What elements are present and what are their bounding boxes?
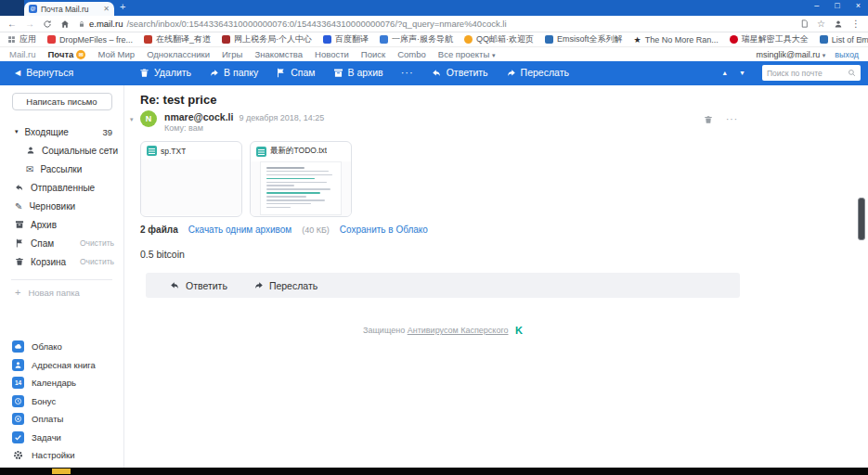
folder-sent[interactable]: Отправленные (0, 178, 123, 197)
bookmark-item[interactable]: 在线翻译_有道 (144, 33, 211, 45)
mail-search-box[interactable] (762, 65, 861, 81)
sender-email[interactable]: nmare@cock.li (164, 111, 233, 122)
app-payments[interactable]: Оплаты (0, 410, 124, 429)
bookmark-item[interactable]: DropMeFiles – fre... (47, 35, 133, 45)
spam-button[interactable]: Спам (276, 67, 315, 78)
bookmark-item[interactable]: Emsisoft全系列解 (545, 33, 623, 45)
folder-drafts[interactable]: ✎ Черновики (0, 197, 123, 215)
nav-mailru[interactable]: Mail.ru (9, 49, 36, 59)
taskbar-edge (0, 468, 868, 475)
reload-icon[interactable] (43, 19, 52, 29)
nav-odnoklassniki[interactable]: Одноклассники (147, 49, 210, 59)
scrollbar-thumb[interactable] (858, 198, 865, 240)
new-tab-button[interactable]: + (120, 1, 125, 12)
app-bonus[interactable]: Бонус (0, 392, 124, 411)
files-count: 2 файла (140, 225, 178, 235)
nav-znakomstva[interactable]: Знакомства (254, 49, 303, 59)
attachment-card[interactable]: 最新的TODO.txt (250, 141, 352, 217)
app-contacts[interactable]: Адресная книга (0, 356, 124, 375)
nav-pochta[interactable]: Почта✉ (48, 49, 86, 59)
browser-menu-icon[interactable]: ⋮ (851, 19, 861, 29)
forward-icon[interactable]: → (25, 19, 34, 29)
home-icon[interactable] (60, 19, 70, 29)
flag-icon (15, 238, 24, 248)
more-actions-button[interactable]: ··· (401, 67, 414, 78)
nav-poisk[interactable]: Поиск (361, 49, 385, 59)
message-recipients[interactable]: Кому: вам (164, 123, 203, 133)
folder-spam[interactable]: Спам Очистить (0, 234, 123, 252)
url-field[interactable]: e.mail.ru /search/inbox/0:15443364310000… (78, 19, 792, 29)
minimize-button[interactable]: – (814, 1, 819, 10)
nav-combo[interactable]: Combo (397, 49, 426, 59)
person-icon (12, 359, 24, 371)
nav-moimir[interactable]: Мой Мир (97, 49, 135, 59)
folder-inbox[interactable]: ▾ Входящие 39 (0, 122, 123, 141)
bookmark-apps[interactable]: 应用 (7, 33, 36, 45)
folder-newsletters[interactable]: ✉ Рассылки (0, 160, 123, 178)
save-to-cloud-link[interactable]: Сохранить в Облако (340, 225, 428, 235)
translate-icon[interactable] (800, 19, 809, 28)
mailru-favicon-icon: @ (29, 5, 37, 13)
next-message-icon[interactable]: ▼ (739, 70, 745, 76)
bookmark-item[interactable]: 网上税务局·个人中心 (222, 33, 312, 45)
antivirus-footer: Защищено Антивирусом Касперского K (146, 325, 740, 336)
delete-button[interactable]: Удалить (139, 67, 191, 78)
maximize-button[interactable]: □ (835, 1, 839, 10)
account-email[interactable]: msinglik@mail.ru ▾ (757, 50, 826, 59)
bookmarks-overflow-icon[interactable]: » (859, 34, 864, 45)
move-to-folder-button[interactable]: В папку (209, 67, 258, 78)
archive-button[interactable]: В архив (333, 67, 383, 78)
prev-message-icon[interactable]: ▲ (721, 70, 728, 76)
folder-trash[interactable]: Корзина Очистить (0, 252, 123, 271)
close-button[interactable]: × (856, 1, 861, 10)
app-tasks[interactable]: Задачи (0, 429, 124, 447)
search-input[interactable] (767, 69, 844, 78)
forward-button[interactable]: Переслать (506, 67, 569, 78)
clear-trash-link[interactable]: Очистить (80, 257, 114, 266)
app-settings[interactable]: Настройки (0, 446, 124, 465)
nav-novosti[interactable]: Новости (315, 49, 349, 59)
collapse-message-icon[interactable]: ▾ (130, 116, 134, 123)
folder-archive[interactable]: Архив (0, 215, 123, 234)
kaspersky-link[interactable]: Антивирусом Касперского (408, 326, 509, 335)
forward-button[interactable]: Переслать (253, 280, 317, 291)
address-bar: ← → e.mail.ru /search/inbox/0:1544336431… (0, 16, 868, 32)
reply-button[interactable]: Ответить (432, 67, 488, 78)
download-archive-link[interactable]: Скачать одним архивом (188, 225, 291, 235)
trash-icon[interactable] (704, 115, 713, 124)
bookmarks-bar: 应用 DropMeFiles – fre... 在线翻译_有道 网上税务局·个人… (0, 32, 868, 47)
back-to-list-button[interactable]: ◀ Вернуться (15, 67, 73, 78)
forward-icon (253, 280, 264, 290)
check-icon (12, 431, 24, 443)
signout-link[interactable]: выход (835, 50, 859, 59)
back-icon[interactable]: ← (7, 19, 17, 29)
message-more-icon[interactable]: ··· (726, 114, 738, 124)
kaspersky-logo: K (515, 325, 523, 336)
attachment-card[interactable]: sp.TXT (140, 141, 242, 217)
browser-tab[interactable]: @ Почта Mail.ru ✕ (24, 2, 114, 16)
bookmark-nomoreransom[interactable]: ★The No More Ran... (634, 35, 719, 45)
favicon (464, 35, 473, 44)
reply-button[interactable]: Ответить (170, 280, 227, 291)
chevron-down-icon[interactable]: ▾ (15, 128, 19, 135)
app-cloud[interactable]: Облако (0, 338, 124, 356)
sender-avatar: N (140, 110, 157, 127)
secure-lock-icon (78, 20, 85, 28)
folder-social[interactable]: Социальные сети (0, 141, 123, 160)
new-folder-button[interactable]: + Новая папка (0, 283, 123, 302)
bookmark-star-icon[interactable]: ☆ (817, 19, 825, 29)
bookmark-item[interactable]: 瑞星解密工具大全 (730, 33, 809, 45)
bookmark-item[interactable]: 百度翻译 (323, 33, 369, 45)
star-icon: ★ (634, 35, 641, 45)
compose-button[interactable]: Написать письмо (12, 93, 112, 110)
clear-spam-link[interactable]: Очистить (80, 238, 114, 248)
nav-igry[interactable]: Игры (222, 49, 242, 59)
document-icon (147, 146, 157, 156)
bookmark-item[interactable]: QQ邮箱·欢迎页 (464, 33, 534, 45)
app-calendar[interactable]: 14Календарь (0, 374, 124, 392)
nav-all-projects[interactable]: Все проекты ▾ (438, 49, 496, 59)
profile-icon[interactable] (834, 19, 843, 29)
favicon (144, 35, 152, 44)
tab-close-icon[interactable]: ✕ (103, 5, 110, 13)
bookmark-item[interactable]: 一席声·服务导航 (380, 33, 453, 45)
